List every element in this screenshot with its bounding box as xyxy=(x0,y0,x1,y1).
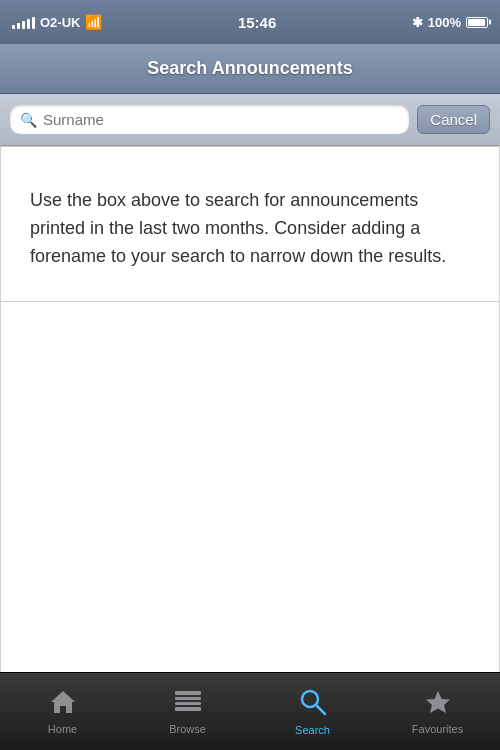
tab-browse[interactable]: Browse xyxy=(125,681,250,743)
search-input[interactable] xyxy=(43,111,399,128)
svg-rect-3 xyxy=(175,702,201,705)
battery-percentage: 100% xyxy=(428,15,461,30)
browse-icon xyxy=(173,689,203,719)
tab-search[interactable]: Search xyxy=(250,680,375,744)
status-bar: O2-UK 📶 15:46 ✱ 100% xyxy=(0,0,500,44)
svg-line-6 xyxy=(316,705,325,714)
main-content: Use the box above to search for announce… xyxy=(0,146,500,672)
search-icon: 🔍 xyxy=(20,112,37,128)
clock: 15:46 xyxy=(238,14,276,31)
cancel-button[interactable]: Cancel xyxy=(417,105,490,134)
carrier-label: O2-UK xyxy=(40,15,80,30)
bluetooth-icon: ✱ xyxy=(412,15,423,30)
search-input-wrapper: 🔍 xyxy=(10,105,409,134)
wifi-icon: 📶 xyxy=(85,14,102,30)
svg-marker-7 xyxy=(426,691,450,713)
search-tab-icon xyxy=(299,688,327,720)
tab-home[interactable]: Home xyxy=(0,681,125,743)
bottom-separator xyxy=(0,301,500,302)
tab-bar: Home Browse Search Favourites xyxy=(0,672,500,750)
page-title: Search Announcements xyxy=(147,58,352,79)
svg-rect-4 xyxy=(175,707,201,711)
tab-search-label: Search xyxy=(295,724,330,736)
tab-favourites-label: Favourites xyxy=(412,723,463,735)
tab-favourites[interactable]: Favourites xyxy=(375,681,500,743)
search-bar: 🔍 Cancel xyxy=(0,94,500,146)
navigation-bar: Search Announcements xyxy=(0,44,500,94)
hint-container: Use the box above to search for announce… xyxy=(0,147,500,301)
svg-rect-1 xyxy=(175,691,201,695)
hint-text: Use the box above to search for announce… xyxy=(30,187,470,271)
tab-home-label: Home xyxy=(48,723,77,735)
home-icon xyxy=(49,689,77,719)
tab-browse-label: Browse xyxy=(169,723,206,735)
status-right: ✱ 100% xyxy=(412,15,488,30)
battery-icon xyxy=(466,17,488,28)
favourites-icon xyxy=(424,689,452,719)
svg-rect-2 xyxy=(175,697,201,700)
svg-marker-0 xyxy=(51,691,75,713)
status-left: O2-UK 📶 xyxy=(12,14,102,30)
signal-bars xyxy=(12,15,35,29)
